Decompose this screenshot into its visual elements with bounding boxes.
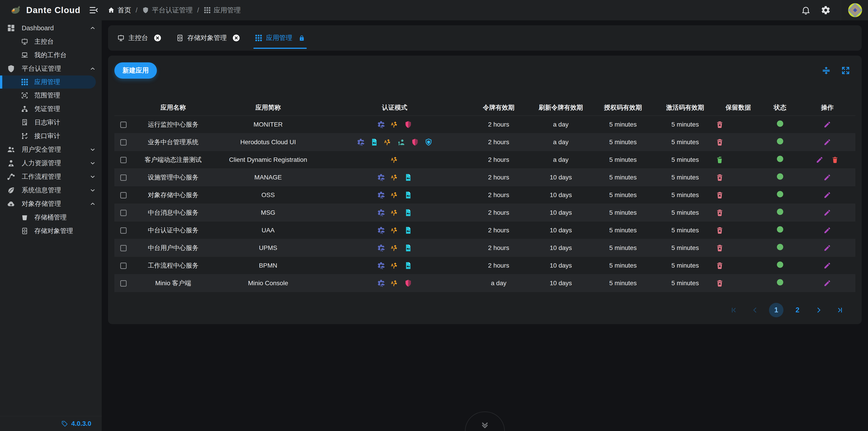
retain-data-cell xyxy=(716,261,761,270)
auth-modes-cell: A xyxy=(322,156,467,164)
edit-pencil-icon[interactable] xyxy=(824,262,831,269)
page-button-2[interactable]: 2 xyxy=(790,303,805,317)
tab-console[interactable]: 主控台 xyxy=(117,25,162,51)
sidebar-item-应用管理[interactable]: 应用管理 xyxy=(0,75,96,89)
edit-pencil-icon[interactable] xyxy=(824,279,831,287)
edit-pencil-icon[interactable] xyxy=(824,226,831,234)
refresh-token-validity-cell: 10 days xyxy=(530,262,591,269)
refresh-token-validity-cell: 10 days xyxy=(530,174,591,181)
status-active-dot xyxy=(777,261,783,268)
tab-close-icon[interactable] xyxy=(232,34,240,42)
sidebar-fold-icon[interactable] xyxy=(89,5,98,15)
row-checkbox[interactable] xyxy=(120,192,127,198)
sidebar-item-存储桶管理[interactable]: 存储桶管理 xyxy=(0,211,102,224)
notifications-bell-icon[interactable] xyxy=(801,5,811,15)
authorization-code-icon: A xyxy=(384,138,392,146)
sidebar-item-label: 对象存储管理 xyxy=(22,199,61,208)
sidebar-item-label: 应用管理 xyxy=(34,78,60,86)
sidebar-item-凭证管理[interactable]: 凭证管理 xyxy=(0,102,102,116)
column-header: 令牌有效期 xyxy=(467,103,530,112)
sidebar-item-我的工作台[interactable]: 我的工作台 xyxy=(0,49,102,62)
sidebar-item-平台认证管理[interactable]: 平台认证管理 xyxy=(0,62,102,75)
user-avatar[interactable] xyxy=(848,3,862,17)
edit-pencil-icon[interactable] xyxy=(824,121,831,128)
bucket-icon xyxy=(21,214,29,221)
row-checkbox[interactable] xyxy=(120,122,127,128)
tab-close-icon[interactable] xyxy=(153,34,162,42)
collapse-vertical-icon[interactable] xyxy=(822,66,831,75)
breadcrumb-home[interactable]: 首页 xyxy=(107,6,131,15)
row-checkbox[interactable] xyxy=(120,210,127,216)
chevron-down-icon xyxy=(90,174,96,180)
last-page-button[interactable] xyxy=(833,303,847,317)
implicit-icon xyxy=(404,120,412,129)
sidebar-item-人力资源管理[interactable]: 人力资源管理 xyxy=(0,156,102,170)
app-short-name-cell: MSG xyxy=(214,209,322,216)
authorization-code-icon: A xyxy=(391,244,399,252)
sidebar-item-主控台[interactable]: 主控台 xyxy=(0,35,102,49)
actions-cell xyxy=(799,279,855,287)
table-toolbar: 新建应用 xyxy=(114,62,855,79)
api-audit-icon xyxy=(21,132,29,140)
sidebar-item-用户安全管理[interactable]: 用户安全管理 xyxy=(0,143,102,156)
edit-pencil-icon[interactable] xyxy=(824,174,831,181)
client-credentials-icon xyxy=(377,244,385,252)
retain-data-cell xyxy=(716,244,761,252)
first-page-button[interactable] xyxy=(726,303,741,317)
double-chevron-down-icon xyxy=(479,420,490,431)
breadcrumb-platform-auth[interactable]: 平台认证管理 xyxy=(142,6,193,15)
client-credentials-icon xyxy=(377,173,385,182)
edit-pencil-icon[interactable] xyxy=(824,138,831,146)
row-checkbox[interactable] xyxy=(120,280,127,286)
sidebar-item-工作流程管理[interactable]: 工作流程管理 xyxy=(0,170,102,184)
hr-icon xyxy=(7,159,16,167)
edit-pencil-icon[interactable] xyxy=(816,156,824,164)
sidebar-item-存储对象管理[interactable]: 存储对象管理 xyxy=(0,224,102,238)
row-checkbox[interactable] xyxy=(120,245,127,251)
sidebar-footer: 4.0.3.0 xyxy=(0,416,102,431)
console-icon xyxy=(21,38,29,45)
auth-modes-cell: A xyxy=(322,279,467,287)
sidebar-item-系统信息管理[interactable]: 系统信息管理 xyxy=(0,184,102,197)
sidebar-item-对象存储管理[interactable]: 对象存储管理 xyxy=(0,197,102,211)
next-page-button[interactable] xyxy=(811,303,826,317)
sidebar-item-label: 用户安全管理 xyxy=(22,145,61,154)
table-row: 中台消息中心服务MSGA2 hours10 days5 minutes5 min… xyxy=(114,204,855,221)
create-app-button[interactable]: 新建应用 xyxy=(114,62,157,79)
row-checkbox[interactable] xyxy=(120,227,127,234)
settings-gear-icon[interactable] xyxy=(821,5,831,15)
home-icon xyxy=(107,6,115,14)
actions-cell xyxy=(799,174,855,181)
sidebar-item-label: 日志审计 xyxy=(34,118,60,127)
row-checkbox[interactable] xyxy=(120,263,127,269)
sidebar-item-日志审计[interactable]: 日志审计 xyxy=(0,116,102,129)
storage-icon xyxy=(176,34,184,42)
sidebar-item-Dashboard[interactable]: Dashboard xyxy=(0,21,102,35)
row-select-cell xyxy=(114,244,132,251)
refresh-token-icon xyxy=(404,244,412,252)
row-checkbox[interactable] xyxy=(120,139,127,146)
actions-cell xyxy=(799,121,855,128)
edit-pencil-icon[interactable] xyxy=(824,191,831,199)
page-button-1[interactable]: 1 xyxy=(769,303,783,317)
row-checkbox[interactable] xyxy=(120,157,127,163)
client-credentials-icon xyxy=(377,226,385,235)
tab-app-management[interactable]: 应用管理 xyxy=(255,25,305,51)
sidebar-item-接口审计[interactable]: 接口审计 xyxy=(0,129,102,143)
log-audit-icon xyxy=(21,119,29,126)
tab-storage-object[interactable]: 存储对象管理 xyxy=(176,25,240,51)
fullscreen-expand-icon[interactable] xyxy=(841,66,850,75)
client-credentials-icon xyxy=(377,120,385,129)
footer-collapse-handle[interactable] xyxy=(465,411,505,431)
token-validity-cell: 2 hours xyxy=(467,191,530,199)
prev-page-button[interactable] xyxy=(748,303,762,317)
sidebar-item-范围管理[interactable]: 范围管理 xyxy=(0,89,102,102)
breadcrumb-app-management[interactable]: 应用管理 xyxy=(204,6,241,15)
grid-icon xyxy=(21,78,29,86)
delete-trash-icon[interactable] xyxy=(831,156,839,164)
edit-pencil-icon[interactable] xyxy=(824,209,831,217)
row-checkbox[interactable] xyxy=(120,175,127,181)
edit-pencil-icon[interactable] xyxy=(824,244,831,252)
retain-data-cell xyxy=(716,279,761,287)
sidebar-menu: Dashboard主控台我的工作台平台认证管理应用管理范围管理凭证管理日志审计接… xyxy=(0,20,102,238)
